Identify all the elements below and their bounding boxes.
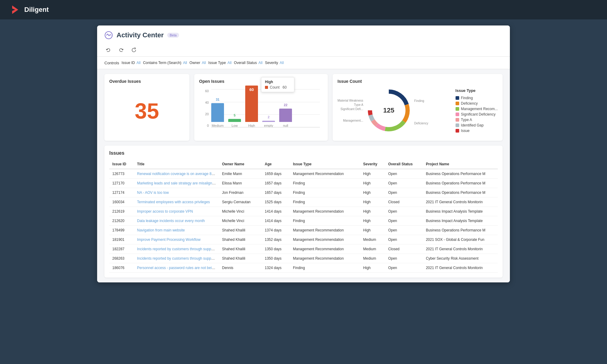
cell-issue-type: Management Recommendation xyxy=(290,244,360,254)
tooltip-count-row: Count 60 xyxy=(265,85,290,89)
cell-title[interactable]: Terminated employees with access privile… xyxy=(134,197,219,207)
cell-issue-type: Finding xyxy=(290,263,360,273)
cell-owner: Shahed Khalili xyxy=(219,235,262,244)
cell-issue-id: 186076 xyxy=(109,263,134,273)
filter-contains-term[interactable]: Contains Term (Search) All xyxy=(143,60,187,66)
toolbar xyxy=(104,44,503,56)
issue-title-link[interactable]: Incidents reported by customers through … xyxy=(137,256,219,261)
undo-button[interactable] xyxy=(104,46,112,54)
legend-label-sig-def: Significant Deficiency xyxy=(461,112,496,116)
cell-owner: Elissa Mann xyxy=(219,179,262,188)
col-title: Title xyxy=(134,160,219,169)
issue-count-title: Issue Count xyxy=(337,79,498,84)
legend-color-sig-def xyxy=(456,113,459,116)
open-issues-card: Open Issues 60 40 20 0 xyxy=(194,74,328,141)
filter-owner[interactable]: Owner All xyxy=(189,60,206,66)
chart-legend: Issue Type Finding Deficiency Management… xyxy=(456,88,498,133)
cell-status: Open xyxy=(385,179,423,188)
table-header-row: Issue ID Title Owner Name Age Issue Type… xyxy=(109,160,498,169)
y-label-60: 60 xyxy=(199,89,209,93)
cell-title[interactable]: Data leakage incidents occur every month xyxy=(134,216,219,226)
issue-title-link[interactable]: Marketing leads and sale strategy are mi… xyxy=(137,181,216,185)
col-age: Age xyxy=(262,160,290,169)
cell-severity: Medium xyxy=(360,235,385,244)
issue-title-link[interactable]: Personnel access - password rules are no… xyxy=(137,266,219,270)
col-severity: Severity xyxy=(360,160,385,169)
y-label-20: 20 xyxy=(199,112,209,116)
cell-severity: High xyxy=(360,216,385,226)
cell-title[interactable]: Navigation from main website xyxy=(134,226,219,235)
issue-title-link[interactable]: Improper access to corporate VPN xyxy=(137,209,193,214)
bar-high[interactable]: 60 High xyxy=(245,86,258,127)
legend-label-mgmt-rec: Management Recom... xyxy=(461,107,498,111)
cell-title[interactable]: Incidents reported by customers through … xyxy=(134,244,219,254)
table-row[interactable]: 181901 Improve Payment Processing Workfl… xyxy=(109,235,498,244)
cell-status: Open xyxy=(385,254,423,263)
filter-issue-id[interactable]: Issue ID All xyxy=(121,60,141,66)
issues-table: Issue ID Title Owner Name Age Issue Type… xyxy=(109,160,498,273)
table-row[interactable]: 182287 Incidents reported by customers t… xyxy=(109,244,498,254)
cell-project: 2021 IT General Controls Monitorin xyxy=(423,244,498,254)
donut-section: Material Weakness Type A Significant Def… xyxy=(337,86,498,135)
cell-status: Open xyxy=(385,169,423,179)
cell-issue-id: 181901 xyxy=(109,235,134,244)
table-row[interactable]: 212619 Improper access to corporate VPN … xyxy=(109,207,498,216)
filter-issue-type[interactable]: Issue Type All xyxy=(208,60,232,66)
table-row[interactable]: 186076 Personnel access - password rules… xyxy=(109,263,498,273)
cell-status: Closed xyxy=(385,197,423,207)
issue-title-link[interactable]: Navigation from main website xyxy=(137,228,185,232)
chart-tooltip: High Count 60 xyxy=(261,77,294,92)
cell-severity: Medium xyxy=(360,244,385,254)
col-owner-name: Owner Name xyxy=(219,160,262,169)
filter-severity[interactable]: Severity All xyxy=(265,60,284,66)
issue-title-link[interactable]: Renewal notification coverage is on aver… xyxy=(137,172,217,176)
cell-project: Business Impact Analysis Template xyxy=(423,207,498,216)
y-label-0: 0 xyxy=(199,124,209,127)
legend-item-type-a: Type A xyxy=(456,118,498,122)
issue-title-link[interactable]: Incidents reported by customers through … xyxy=(137,247,219,251)
cell-issue-id: 178499 xyxy=(109,226,134,235)
legend-color-deficiency xyxy=(456,102,459,105)
cell-title[interactable]: Personnel access - password rules are no… xyxy=(134,263,219,273)
issues-section-title: Issues xyxy=(109,150,498,156)
beta-badge: Beta xyxy=(167,33,179,38)
cell-title[interactable]: Incidents reported by customers through … xyxy=(134,254,219,263)
table-row[interactable]: 178499 Navigation from main website Shah… xyxy=(109,226,498,235)
legend-color-finding xyxy=(456,96,459,100)
cell-title[interactable]: Improper access to corporate VPN xyxy=(134,207,219,216)
content-area: Overdue Issues 35 Open Issues 60 40 20 0 xyxy=(97,69,510,282)
table-row[interactable]: 212620 Data leakage incidents occur ever… xyxy=(109,216,498,226)
refresh-button[interactable] xyxy=(130,46,138,54)
table-row[interactable]: 127174 NA - AOV is too low Jon Fredman 1… xyxy=(109,188,498,197)
issue-title-link[interactable]: NA - AOV is too low xyxy=(137,190,169,195)
legend-label-type-a: Type A xyxy=(461,118,472,122)
filter-bar: Controls Issue ID All Contains Term (Sea… xyxy=(97,57,510,69)
cell-title[interactable]: Renewal notification coverage is on aver… xyxy=(134,169,219,179)
cell-status: Open xyxy=(385,235,423,244)
cell-issue-type: Management Recommendation xyxy=(290,235,360,244)
cell-severity: High xyxy=(360,263,385,273)
cell-title[interactable]: Improve Payment Processing Workflow xyxy=(134,235,219,244)
table-row[interactable]: 160034 Terminated employees with access … xyxy=(109,197,498,207)
cell-owner: Shahed Khalili xyxy=(219,226,262,235)
table-row[interactable]: 127170 Marketing leads and sale strategy… xyxy=(109,179,498,188)
cell-title[interactable]: NA - AOV is too low xyxy=(134,188,219,197)
cell-age: 1350 days xyxy=(262,244,290,254)
issue-title-link[interactable]: Data leakage incidents occur every month xyxy=(137,219,205,223)
redo-button[interactable] xyxy=(117,46,125,54)
legend-color-identified-gap xyxy=(456,123,459,127)
table-row[interactable]: 126773 Renewal notification coverage is … xyxy=(109,169,498,179)
table-row[interactable]: 268263 Incidents reported by customers t… xyxy=(109,254,498,263)
cell-severity: High xyxy=(360,207,385,216)
issue-title-link[interactable]: Terminated employees with access privile… xyxy=(137,200,210,204)
filter-overall-status[interactable]: Overall Status All xyxy=(234,60,263,66)
overdue-issues-card: Overdue Issues 35 xyxy=(104,74,189,141)
cell-age: 1324 days xyxy=(262,263,290,273)
cell-title[interactable]: Marketing leads and sale strategy are mi… xyxy=(134,179,219,188)
donut-label-deficiency-right: Deficiency xyxy=(414,122,428,125)
cell-issue-id: 127174 xyxy=(109,188,134,197)
cell-severity: High xyxy=(360,169,385,179)
issue-title-link[interactable]: Improve Payment Processing Workflow xyxy=(137,238,200,242)
cell-issue-id: 126773 xyxy=(109,169,134,179)
cell-age: 1657 days xyxy=(262,188,290,197)
